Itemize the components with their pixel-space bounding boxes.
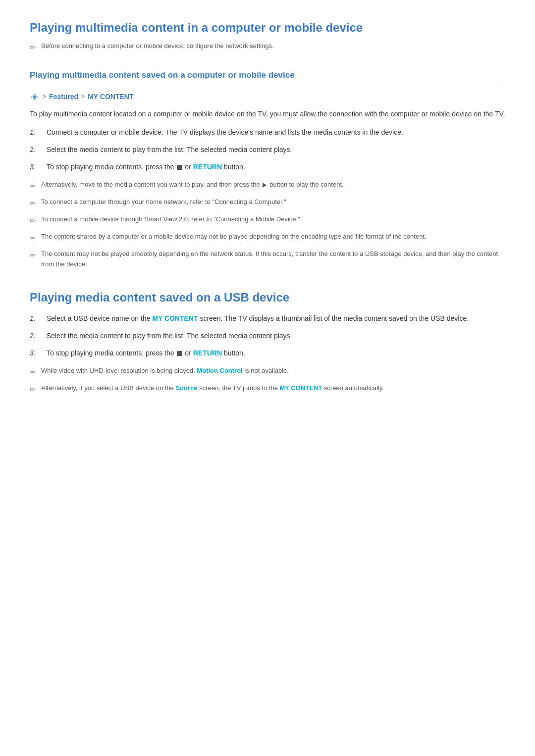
step2-text: Select the media content to play from th… (47, 144, 292, 155)
section1: Playing multimedia content saved on a co… (30, 68, 505, 270)
main-note-block: ✏ Before connecting to a computer or mob… (30, 41, 505, 53)
section2-step1: 1. Select a USB device name on the MY CO… (30, 313, 505, 324)
section2: Playing media content saved on a USB dev… (30, 290, 505, 396)
section1-step3: 3. To stop playing media contents, press… (30, 161, 505, 173)
s2-step1-text: Select a USB device name on the MY CONTE… (47, 313, 469, 324)
breadcrumb-arrow2: > (81, 92, 85, 101)
step3-number: 3. (30, 161, 40, 173)
step3-text: To stop playing media contents, press th… (47, 161, 245, 173)
return-highlight: RETURN (193, 163, 222, 171)
pencil-icon-n3: ✏ (30, 215, 36, 227)
pencil-icon-n2: ✏ (30, 198, 36, 209)
pencil-icon-s2n1: ✏ (30, 366, 36, 378)
step1-text: Connect a computer or mobile device. The… (47, 127, 403, 138)
section1-step2: 2. Select the media content to play from… (30, 144, 505, 155)
mycontent-highlight2: MY CONTENT (279, 384, 322, 392)
breadcrumb-featured: Featured (49, 91, 78, 102)
page-title: Playing multimedia content in a computer… (30, 20, 505, 35)
section1-intro: To play multimedia content located on a … (30, 108, 505, 120)
pencil-icon-main: ✏ (30, 42, 36, 53)
main-title-section: Playing multimedia content in a computer… (30, 20, 505, 53)
section1-step1: 1. Connect a computer or mobile device. … (30, 127, 505, 138)
mycontent-highlight1: MY CONTENT (152, 314, 198, 322)
step2-number: 2. (30, 144, 40, 155)
section1-note3: ✏ To connect a mobile device through Sma… (30, 214, 505, 227)
motion-control-highlight: Motion Control (197, 367, 242, 374)
section2-title: Playing media content saved on a USB dev… (30, 290, 505, 305)
section1-title: Playing multimedia content saved on a co… (30, 68, 505, 84)
section2-note2: ✏ Alternatively, if you select a USB dev… (30, 383, 505, 396)
stop-icon (177, 165, 182, 170)
note3-text: To connect a mobile device through Smart… (41, 214, 300, 225)
section2-step2: 2. Select the media content to play from… (30, 330, 505, 342)
gear-icon (30, 92, 40, 102)
pencil-icon-n1: ✏ (30, 180, 36, 192)
s2-step1-number: 1. (30, 313, 40, 324)
s2-step2-text: Select the media content to play from th… (47, 330, 292, 342)
section1-note4: ✏ The content shared by a computer or a … (30, 232, 505, 244)
note5-text: The content may not be played smoothly d… (41, 249, 505, 270)
step1-number: 1. (30, 127, 40, 138)
pencil-icon-n4: ✏ (30, 232, 36, 244)
pencil-icon-s2n2: ✏ (30, 384, 36, 396)
return-highlight2: RETURN (193, 349, 222, 357)
s2-note2-text: Alternatively, if you select a USB devic… (41, 383, 384, 394)
play-icon (263, 183, 267, 188)
note4-text: The content shared by a computer or a mo… (41, 232, 427, 242)
breadcrumb: > Featured > MY CONTENT (30, 91, 505, 102)
section2-steps: 1. Select a USB device name on the MY CO… (30, 313, 505, 359)
section1-note2: ✏ To connect a computer through your hom… (30, 197, 505, 209)
breadcrumb-mycontent: MY CONTENT (88, 91, 133, 102)
note1-text: Alternatively, move to the media content… (41, 180, 344, 190)
pencil-icon-n5: ✏ (30, 250, 36, 261)
section1-note5: ✏ The content may not be played smoothly… (30, 249, 505, 270)
s2-note1-text: While video with UHD-level resolution is… (41, 366, 289, 376)
svg-point-1 (34, 96, 36, 98)
source-highlight: Source (175, 384, 197, 392)
note2-text: To connect a computer through your home … (41, 197, 286, 207)
section1-steps: 1. Connect a computer or mobile device. … (30, 127, 505, 173)
section2-step3: 3. To stop playing media contents, press… (30, 348, 505, 359)
section1-note1: ✏ Alternatively, move to the media conte… (30, 180, 505, 192)
section2-note1: ✏ While video with UHD-level resolution … (30, 366, 505, 378)
stop-icon2 (177, 351, 182, 356)
s2-step2-number: 2. (30, 330, 40, 342)
breadcrumb-arrow1: > (43, 92, 46, 101)
s2-step3-number: 3. (30, 348, 40, 359)
main-note-text: Before connecting to a computer or mobil… (41, 41, 274, 51)
s2-step3-text: To stop playing media contents, press th… (47, 348, 245, 359)
